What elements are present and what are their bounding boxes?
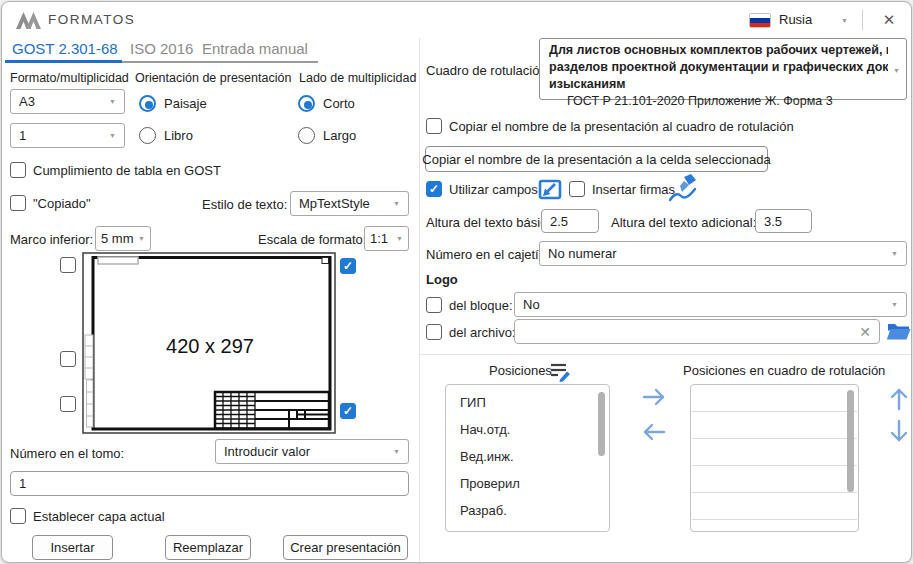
panel-divider xyxy=(419,38,420,563)
radio-dot xyxy=(139,127,156,144)
bottom-margin-label: Marco inferior: xyxy=(10,232,93,247)
positions-list-scrollbar[interactable] xyxy=(598,392,605,456)
language-select-label[interactable]: Rusia xyxy=(779,12,812,27)
logo-from-file-checkbox[interactable]: del archivo: xyxy=(426,324,515,340)
stamp-number-select[interactable]: No numerar ▼ xyxy=(539,241,907,266)
position-item[interactable]: Проверил xyxy=(446,470,609,497)
clear-icon[interactable]: ✕ xyxy=(859,324,871,340)
checkbox-box xyxy=(426,297,442,313)
titlebar-separator xyxy=(862,10,863,30)
dropdown-arrow-icon: ▼ xyxy=(893,67,900,74)
position-item[interactable]: ГИП xyxy=(446,389,609,416)
base-text-height-label: Altura del texto básica: xyxy=(426,215,558,230)
titleblock-label: Cuadro de rotulación: xyxy=(426,63,550,78)
logo-block-select[interactable]: No ▼ xyxy=(514,292,907,317)
insert-button[interactable]: Insertar xyxy=(32,535,113,560)
text-style-select[interactable]: MpTextStyle ▼ xyxy=(290,191,409,216)
format-section-label: Formato/multiplicidad xyxy=(10,71,129,85)
preview-right-bottom-checkbox[interactable] xyxy=(340,403,356,419)
radio-dot xyxy=(298,127,315,144)
insert-signatures-checkbox[interactable]: Insertar firmas xyxy=(569,181,675,197)
checkbox-box xyxy=(569,181,585,197)
radio-dot xyxy=(139,95,156,112)
folder-open-icon[interactable] xyxy=(886,319,911,343)
close-icon[interactable]: ✕ xyxy=(874,7,904,33)
checkbox-box xyxy=(426,324,442,340)
orientation-section-label: Orientación de presentación xyxy=(135,71,291,85)
positions-in-titleblock-list[interactable] xyxy=(690,384,859,532)
preview-left-bottom-checkbox[interactable] xyxy=(60,396,76,412)
volume-number-label: Número en el tomo: xyxy=(10,446,124,461)
preview-left-middle-checkbox[interactable] xyxy=(60,351,76,367)
multiplier-select[interactable]: 1 ▼ xyxy=(10,123,125,148)
position-item[interactable]: Вед.инж. xyxy=(446,443,609,470)
russia-flag-icon xyxy=(749,13,771,28)
use-fields-checkbox[interactable]: Utilizar campos xyxy=(426,181,538,197)
preview-right-top-checkbox[interactable] xyxy=(340,258,356,274)
radio-long-side[interactable]: Largo xyxy=(298,127,356,144)
position-item[interactable]: Нач.отд. xyxy=(446,416,609,443)
text-style-label: Estilo de texto: xyxy=(202,197,287,212)
volume-mode-select[interactable]: Introducir valor ▼ xyxy=(215,439,409,464)
side-section-label: Lado de multiplicidad xyxy=(299,71,416,85)
positions-list[interactable]: ГИП Нач.отд. Вед.инж. Проверил Разраб. Н… xyxy=(445,384,610,532)
radio-portrait[interactable]: Libro xyxy=(139,127,193,144)
fields-icon[interactable] xyxy=(538,178,562,202)
logo-from-block-checkbox[interactable]: del bloque: xyxy=(426,297,513,313)
base-text-height-input[interactable] xyxy=(541,209,599,233)
volume-number-input[interactable] xyxy=(10,471,409,496)
titleblock-value-line3: изысканиям xyxy=(549,76,888,93)
gost-table-checkbox[interactable]: Cumplimiento de tabla en GOST xyxy=(10,162,221,178)
edit-list-icon[interactable] xyxy=(550,362,572,382)
copy-name-checkbox[interactable]: Copiar el nombre de la presentación al c… xyxy=(426,118,794,134)
dropdown-arrow-icon: ▼ xyxy=(109,98,116,105)
position-item[interactable]: Разраб. xyxy=(446,497,609,524)
additional-text-height-label: Altura del texto adicional: xyxy=(611,215,756,230)
dropdown-arrow-icon: ▼ xyxy=(393,200,400,207)
formats-dialog: FORMATOS Rusia ▼ ✕ GOST 2.301-68 ISO 201… xyxy=(1,1,912,563)
position-item[interactable]: Н.контр. xyxy=(446,524,609,532)
move-left-icon[interactable] xyxy=(640,421,668,443)
radio-short-side[interactable]: Corto xyxy=(298,95,355,112)
tab-iso[interactable]: ISO 2016 xyxy=(130,40,193,57)
checkbox-box xyxy=(10,508,26,524)
empty-rows xyxy=(692,385,857,531)
format-select[interactable]: A3 ▼ xyxy=(10,89,125,114)
section-divider xyxy=(420,354,912,355)
create-layout-button[interactable]: Crear presentación xyxy=(283,535,408,560)
positions-label: Posiciones xyxy=(489,363,552,378)
dropdown-arrow-icon: ▼ xyxy=(109,132,116,139)
bottom-margin-select[interactable]: 5 mm ▼ xyxy=(95,226,151,251)
titleblock-value-line1: Для листов основных комплектов рабочих ч… xyxy=(549,42,888,59)
format-scale-select[interactable]: 1:1 ▼ xyxy=(364,226,409,251)
move-down-icon[interactable] xyxy=(887,418,911,444)
copy-name-to-cell-button[interactable]: Copiar el nombre de la presentación a la… xyxy=(425,146,768,172)
positions-in-titleblock-scrollbar[interactable] xyxy=(847,390,854,492)
signature-pen-icon[interactable] xyxy=(666,173,698,203)
move-up-icon[interactable] xyxy=(887,386,911,412)
copied-checkbox[interactable]: "Copiado" xyxy=(10,195,91,211)
radio-landscape[interactable]: Paisaje xyxy=(139,95,207,112)
logo-file-input[interactable]: ✕ xyxy=(514,319,880,344)
titleblock-value-line2: разделов проектной документации и графич… xyxy=(549,59,888,76)
checkbox-box xyxy=(426,118,442,134)
language-dropdown-arrow-icon[interactable]: ▼ xyxy=(841,17,848,24)
positions-in-titleblock-label: Posiciones en cuadro de rotulación xyxy=(683,363,885,378)
titleblock-select[interactable]: Для листов основных комплектов рабочих ч… xyxy=(539,38,907,100)
tab-gost[interactable]: GOST 2.301-68 xyxy=(12,40,118,57)
checkbox-box xyxy=(10,162,26,178)
radio-dot xyxy=(298,95,315,112)
dropdown-arrow-icon: ▼ xyxy=(891,301,898,308)
move-right-icon[interactable] xyxy=(640,386,668,408)
set-current-layer-checkbox[interactable]: Establecer capa actual xyxy=(10,508,165,524)
preview-left-top-checkbox[interactable] xyxy=(60,257,76,273)
active-tab-underline xyxy=(5,60,122,63)
stamp-number-label: Número en el cajetín: xyxy=(426,247,550,262)
titleblock-value-subtitle: ГОСТ Р 21.101-2020 Приложение Ж. Форма 3 xyxy=(549,93,888,110)
dropdown-arrow-icon: ▼ xyxy=(891,250,898,257)
logo-section-label: Logo xyxy=(426,272,458,287)
replace-button[interactable]: Reemplazar xyxy=(165,535,251,560)
dropdown-arrow-icon: ▼ xyxy=(138,235,145,242)
additional-text-height-input[interactable] xyxy=(755,209,812,233)
tab-manual[interactable]: Entrada manual xyxy=(202,40,308,57)
